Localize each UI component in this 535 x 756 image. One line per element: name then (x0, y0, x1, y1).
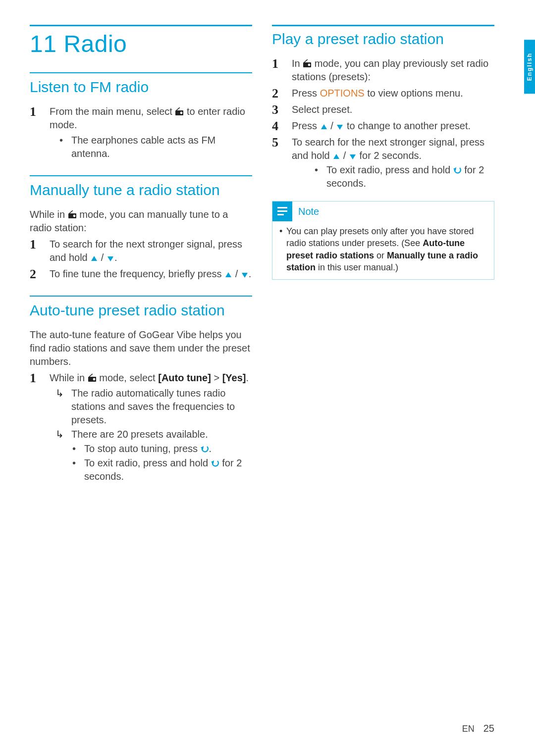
radio-icon (175, 107, 184, 116)
radio-icon (303, 59, 312, 68)
steps-manual: To search for the next stronger signal, … (30, 238, 252, 281)
page-content: 11Radio Listen to FM radio From the main… (0, 0, 535, 486)
down-icon (336, 123, 344, 130)
up-icon (320, 123, 328, 130)
steps-listen: From the main menu, select to enter radi… (30, 105, 252, 160)
step: To search for the next stronger signal, … (30, 238, 252, 264)
step: From the main menu, select to enter radi… (30, 105, 252, 160)
down-icon (241, 271, 249, 278)
section-intro: The auto-tune feature of GoGear Vibe hel… (30, 328, 252, 368)
note-body: You can play presets only after you have… (272, 225, 494, 273)
down-icon (349, 153, 357, 160)
sub-bullet: To exit radio, press and hold for 2 seco… (292, 163, 494, 190)
back-icon (453, 166, 462, 174)
note-icon (272, 202, 292, 221)
radio-icon (68, 210, 77, 219)
section-intro: While in mode, you can manually tune to … (30, 208, 252, 235)
right-column: Play a preset radio station In mode, you… (272, 25, 494, 486)
sub-bullet: To stop auto tuning, press . (50, 442, 252, 455)
result-arrow: There are 20 presets available. (50, 428, 252, 441)
section-heading-autotune: Auto-tune preset radio station (30, 302, 252, 319)
step: Press OPTIONS to view options menu. (272, 87, 494, 100)
section-rule (30, 296, 252, 297)
down-icon (107, 255, 114, 262)
back-icon (201, 445, 209, 453)
note-header: Note (272, 202, 494, 221)
note-box: Note You can play presets only after you… (272, 201, 494, 280)
step: While in mode, select [Auto tune] > [Yes… (30, 371, 252, 483)
chapter-number: 11 (30, 31, 56, 57)
left-column: 11Radio Listen to FM radio From the main… (30, 25, 252, 486)
up-icon (224, 271, 232, 278)
up-icon (332, 153, 340, 160)
sub-bullet: To exit radio, press and hold for 2 seco… (50, 456, 252, 483)
language-tab: English (524, 40, 535, 94)
note-title: Note (298, 206, 319, 217)
chapter-name: Radio (63, 31, 127, 57)
step: Select preset. (272, 103, 494, 116)
footer-lang: EN (462, 724, 475, 734)
section-heading-manual: Manually tune a radio station (30, 181, 252, 199)
section-heading-preset: Play a preset radio station (272, 30, 494, 48)
steps-preset: In mode, you can play previously set rad… (272, 57, 494, 190)
step: In mode, you can play previously set rad… (272, 57, 494, 84)
page-footer: EN 25 (462, 723, 494, 734)
back-icon (211, 459, 219, 467)
footer-page-number: 25 (483, 723, 494, 734)
step: Press / to change to another preset. (272, 119, 494, 133)
chapter-title: 11Radio (30, 30, 252, 57)
chapter-rule (30, 25, 252, 26)
up-icon (90, 255, 98, 262)
radio-icon (88, 374, 97, 382)
section-rule-top (272, 25, 494, 26)
result-arrow: The radio automatically tunes radio stat… (50, 387, 252, 427)
step: To fine tune the frequency, briefly pres… (30, 267, 252, 281)
step: To search for the next stronger signal, … (272, 136, 494, 190)
section-heading-listen: Listen to FM radio (30, 78, 252, 96)
section-rule (30, 175, 252, 176)
steps-autotune: While in mode, select [Auto tune] > [Yes… (30, 371, 252, 483)
sub-bullet: The earphones cable acts as FM antenna. (50, 134, 252, 160)
section-rule (30, 72, 252, 73)
